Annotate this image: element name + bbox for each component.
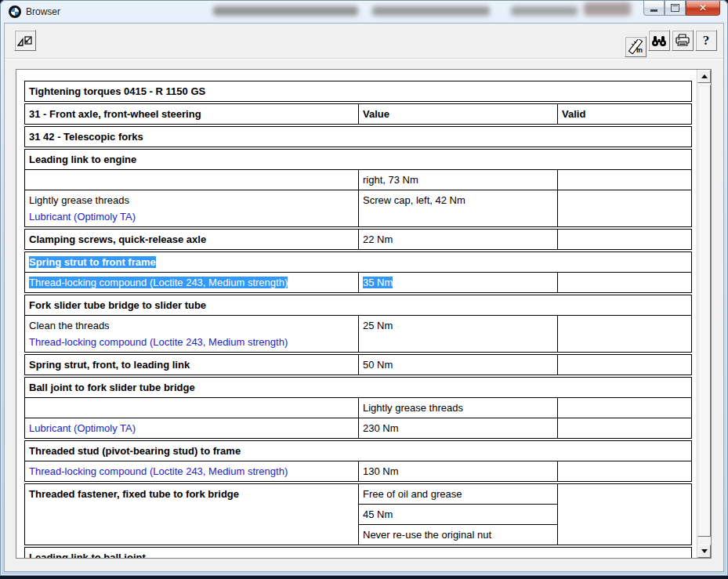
background-window-blur bbox=[213, 6, 358, 16]
text: Leading link to ball joint bbox=[29, 552, 146, 559]
titlebar[interactable]: Browser ✕ bbox=[0, 0, 728, 23]
inch-label: in bbox=[636, 46, 643, 54]
client-area: in bbox=[4, 23, 724, 572]
torque-group: 31 - Front axle, front-wheel steeringVal… bbox=[24, 103, 692, 125]
search-button[interactable] bbox=[648, 30, 670, 51]
text: Spring strut, front, to leading link bbox=[29, 359, 190, 371]
text: Fork slider tube bridge to slider tube bbox=[29, 299, 206, 311]
value-cell: right, 73 Nm bbox=[358, 170, 557, 190]
valid-cell bbox=[557, 484, 691, 545]
help-question-icon: ? bbox=[703, 33, 710, 49]
desc-cell bbox=[25, 170, 358, 190]
section-header-row[interactable]: Leading link to engine bbox=[25, 150, 691, 169]
text: 25 Nm bbox=[363, 320, 393, 331]
toolbar: in bbox=[5, 24, 723, 59]
text-line: Value bbox=[363, 106, 553, 122]
maximize-button[interactable] bbox=[665, 1, 686, 16]
table-row[interactable]: Clamping screws, quick-release axle22 Nm bbox=[25, 230, 691, 249]
section-header-row[interactable]: Ball joint to fork slider tube bridge bbox=[25, 378, 691, 397]
table-row[interactable]: right, 73 Nm bbox=[25, 169, 691, 190]
value-subcell: Never re-use the original nut bbox=[359, 524, 557, 545]
text: Threaded fastener, fixed tube to fork br… bbox=[29, 488, 239, 500]
units-button[interactable]: in bbox=[625, 36, 647, 57]
text-line: 31 - Front axle, front-wheel steering bbox=[29, 106, 354, 122]
value-subcell: 45 Nm bbox=[359, 504, 557, 524]
scroll-down-button[interactable] bbox=[697, 545, 711, 558]
table-row[interactable]: Spring strut, front, to leading link50 N… bbox=[25, 355, 691, 375]
text: Lightly grease threads bbox=[29, 194, 129, 206]
section-title: Leading link to engine bbox=[25, 150, 691, 169]
text: 31 42 - Telescopic forks bbox=[29, 131, 143, 143]
triangle-page-icon bbox=[17, 34, 33, 48]
section-title: Leading link to ball joint bbox=[25, 548, 691, 559]
text-line: 50 Nm bbox=[363, 356, 553, 373]
torque-group: Tightening torques 0415 - R 1150 GS bbox=[24, 81, 692, 102]
value-cell: 230 Nm bbox=[358, 418, 557, 438]
torque-group: Ball joint to fork slider tube bridgeLig… bbox=[24, 377, 692, 439]
desc-cell: Threaded fastener, fixed tube to fork br… bbox=[25, 484, 358, 545]
link[interactable]: Thread-locking compound (Loctite 243, Me… bbox=[29, 336, 288, 348]
scrollbar-thumb[interactable] bbox=[697, 85, 711, 537]
screen-edge bbox=[0, 576, 728, 579]
text: Value bbox=[363, 108, 389, 120]
table-row[interactable]: Clean the threadsThread-locking compound… bbox=[25, 315, 691, 352]
table-row[interactable]: Thread-locking compound (Loctite 243, Me… bbox=[25, 272, 691, 292]
link[interactable]: Thread-locking compound (Loctite 243, Me… bbox=[29, 465, 288, 477]
text: Threaded stud (pivot-bearing stud) to fr… bbox=[29, 445, 241, 457]
vertical-scrollbar[interactable] bbox=[697, 70, 711, 558]
minimize-icon bbox=[650, 9, 657, 12]
section-header-row[interactable]: Spring strut to front frame bbox=[25, 252, 691, 272]
bmw-roundel-icon bbox=[9, 5, 21, 18]
section-header-row[interactable]: Tightening torques 0415 - R 1150 GS bbox=[25, 81, 691, 101]
torque-group: Spring strut to front frameThread-lockin… bbox=[24, 252, 692, 293]
torque-group: Spring strut, front, to leading link50 N… bbox=[24, 354, 692, 375]
print-button[interactable] bbox=[672, 30, 694, 51]
section-header-row[interactable]: Leading link to ball joint bbox=[25, 548, 691, 559]
section-header-row[interactable]: Threaded stud (pivot-bearing stud) to fr… bbox=[25, 441, 691, 461]
browser-window: Browser ✕ bbox=[0, 0, 728, 576]
close-button[interactable]: ✕ bbox=[686, 1, 720, 16]
text: Clamping screws, quick-release axle bbox=[29, 233, 206, 245]
value-cell: 35 Nm bbox=[358, 273, 557, 292]
text-line: 22 Nm bbox=[363, 231, 553, 248]
column-header-row[interactable]: 31 - Front axle, front-wheel steeringVal… bbox=[25, 104, 691, 124]
text: Spring strut to front frame bbox=[29, 256, 156, 268]
valid-cell bbox=[557, 190, 691, 226]
section-title: Fork slider tube bridge to slider tube bbox=[25, 295, 691, 315]
text-line: Thread-locking compound (Loctite 243, Me… bbox=[29, 334, 354, 350]
text: Tightening torques 0415 - R 1150 GS bbox=[29, 85, 205, 97]
valid-cell bbox=[557, 418, 691, 438]
desc-cell: Thread-locking compound (Loctite 243, Me… bbox=[25, 273, 358, 292]
value-cell: 130 Nm bbox=[358, 461, 557, 481]
section-header-row[interactable]: Fork slider tube bridge to slider tube bbox=[25, 295, 691, 315]
scroll-up-button[interactable] bbox=[697, 70, 711, 83]
text-line: Spring strut, front, to leading link bbox=[29, 356, 354, 373]
desc-cell: Lightly grease threadsLubricant (Optimol… bbox=[25, 190, 358, 226]
value-cell: Lightly grease threads bbox=[358, 398, 557, 418]
value-cell: Free of oil and grease45 NmNever re-use … bbox=[358, 484, 557, 545]
help-button[interactable]: ? bbox=[695, 30, 717, 51]
torque-table: Tightening torques 0415 - R 1150 GS31 - … bbox=[24, 81, 692, 559]
triangle-page-button[interactable] bbox=[14, 30, 36, 51]
torque-group: Clamping screws, quick-release axle22 Nm bbox=[24, 229, 692, 250]
table-row[interactable]: Thread-locking compound (Loctite 243, Me… bbox=[25, 461, 691, 481]
background-window-blur bbox=[372, 6, 490, 16]
text: 31 - Front axle, front-wheel steering bbox=[29, 108, 201, 120]
table-row[interactable]: Threaded fastener, fixed tube to fork br… bbox=[25, 484, 691, 545]
down-arrow-icon bbox=[701, 549, 708, 553]
valid-cell bbox=[557, 355, 691, 375]
desc-cell: Clean the threadsThread-locking compound… bbox=[25, 316, 358, 352]
table-row[interactable]: Lubricant (Optimoly TA)230 Nm bbox=[25, 418, 691, 438]
table-row[interactable]: Lightly grease threads bbox=[25, 397, 691, 418]
minimize-button[interactable] bbox=[643, 1, 665, 16]
link[interactable]: Thread-locking compound (Loctite 243, Me… bbox=[29, 277, 288, 288]
table-row[interactable]: Lightly grease threadsLubricant (Optimol… bbox=[25, 190, 691, 226]
value-cell: 25 Nm bbox=[358, 316, 557, 352]
valid-cell: Valid bbox=[557, 104, 691, 124]
section-header-row[interactable]: 31 42 - Telescopic forks bbox=[25, 127, 691, 147]
link[interactable]: Lubricant (Optimoly TA) bbox=[29, 211, 136, 223]
up-arrow-icon bbox=[701, 74, 708, 78]
link[interactable]: Lubricant (Optimoly TA) bbox=[29, 422, 136, 434]
valid-cell bbox=[557, 398, 691, 418]
text: Leading link to engine bbox=[29, 154, 136, 165]
